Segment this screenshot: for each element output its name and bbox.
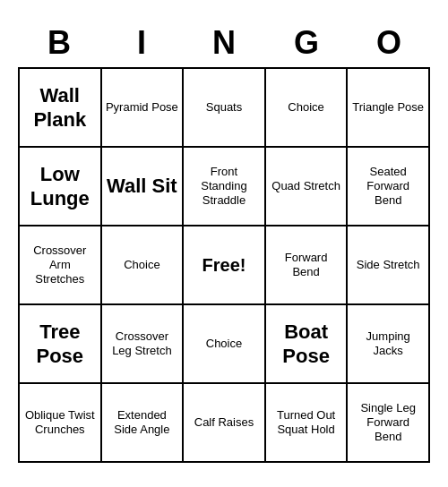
- bingo-cell: Squats: [184, 69, 266, 148]
- bingo-cell: Forward Bend: [266, 226, 349, 305]
- bingo-cell: Choice: [102, 226, 185, 305]
- bingo-cell: Seated Forward Bend: [348, 148, 430, 226]
- bingo-cell: Tree Pose: [20, 305, 102, 384]
- bingo-grid: Wall PlankPyramid PoseSquatsChoiceTriang…: [18, 67, 430, 463]
- bingo-cell: Pyramid Pose: [102, 69, 185, 148]
- bingo-cell: Turned Out Squat Hold: [266, 384, 349, 463]
- bingo-cell: Front Standing Straddle: [184, 148, 266, 226]
- bingo-letter: O: [349, 24, 428, 62]
- bingo-cell: Triangle Pose: [348, 69, 430, 148]
- bingo-cell: Wall Sit: [102, 148, 185, 226]
- bingo-cell: Side Stretch: [348, 226, 430, 305]
- bingo-cell: Low Lunge: [20, 148, 102, 226]
- bingo-cell: Boat Pose: [266, 305, 349, 384]
- bingo-cell: Oblique Twist Crunches: [20, 384, 102, 463]
- bingo-cell: Choice: [184, 305, 266, 384]
- bingo-cell: Choice: [266, 69, 349, 148]
- bingo-cell: Calf Raises: [184, 384, 266, 463]
- bingo-cell: Extended Side Angle: [102, 384, 185, 463]
- bingo-letter: G: [267, 24, 346, 62]
- bingo-letter: I: [102, 24, 181, 62]
- bingo-cell: Crossover Arm Stretches: [20, 226, 102, 305]
- bingo-cell: Single Leg Forward Bend: [348, 384, 430, 463]
- bingo-cell: Jumping Jacks: [348, 305, 430, 384]
- bingo-cell: Crossover Leg Stretch: [102, 305, 185, 384]
- bingo-letter: B: [20, 24, 99, 62]
- bingo-card: BINGO Wall PlankPyramid PoseSquatsChoice…: [9, 15, 439, 472]
- bingo-letter: N: [185, 24, 263, 62]
- bingo-cell: Wall Plank: [20, 69, 102, 148]
- bingo-title: BINGO: [18, 24, 430, 62]
- bingo-cell: Free!: [184, 226, 266, 305]
- bingo-cell: Quad Stretch: [266, 148, 349, 226]
